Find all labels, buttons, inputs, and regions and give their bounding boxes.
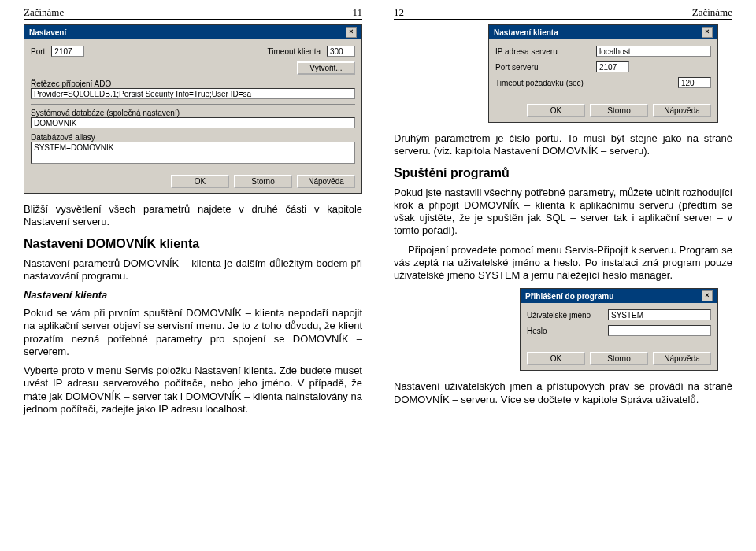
close-icon[interactable]: × [702,27,713,38]
port-input[interactable]: 2107 [51,46,84,57]
header-page-number: 12 [394,6,404,19]
port-label: Port [31,47,45,56]
page-header-left: Začínáme 11 [24,6,362,20]
ip-input[interactable]: localhost [596,46,711,57]
user-input[interactable]: SYSTEM [608,309,711,320]
pass-input[interactable] [608,325,711,336]
aliasy-input[interactable]: SYSTEM=DOMOVNIK [31,142,355,164]
right-page: 12 Začínáme Nastavení klienta × IP adres… [394,6,732,422]
storno-button[interactable]: Storno [234,175,292,188]
close-icon[interactable]: × [346,27,357,38]
timeout-label: Timeout požadavku (sec) [495,79,590,87]
body-text: Nastavení parametrů DOMOVNÍK – klienta j… [24,257,362,283]
dialog-title-bar: Nastavení × [24,25,361,39]
dialog-title-bar: Nastavení klienta × [489,25,717,39]
header-title: Začínáme [692,6,732,19]
body-text: Bližší vysvětlení všech parametrů najdet… [24,203,362,229]
timeout-label: Timeout klienta [268,47,321,56]
storno-button[interactable]: Storno [590,352,648,365]
body-text: Druhým parametrem je číslo portu. To mus… [394,132,732,158]
timeout-input[interactable]: 300 [327,46,355,57]
storno-button[interactable]: Storno [590,104,648,117]
header-title: Začínáme [24,6,64,19]
ado-input[interactable]: Provider=SQLOLEDB.1;Persist Security Inf… [31,88,355,99]
dialog-title-bar: Přihlášení do programu × [521,289,717,303]
pass-label: Heslo [527,327,602,335]
body-text: Vyberte proto v menu Servis položku Nast… [24,364,362,416]
port-label: Port serveru [495,63,590,72]
body-text: Připojení provedete pomocí menu Servis-P… [394,244,732,283]
dialog-title: Nastavení [29,28,66,37]
ok-button[interactable]: OK [527,104,585,117]
ip-label: IP adresa serveru [495,47,590,56]
dialog-title: Nastavení klienta [494,28,558,37]
page-header-right: 12 Začínáme [394,6,732,20]
section-heading: Nastavení DOMOVNÍK klienta [24,237,362,251]
napoveda-button[interactable]: Nápověda [653,104,711,117]
napoveda-button[interactable]: Nápověda [297,175,355,188]
napoveda-button[interactable]: Nápověda [653,352,711,365]
vytvorit-button[interactable]: Vytvořit... [297,61,355,75]
dialog-prihlaseni: Přihlášení do programu × Uživatelské jmé… [520,288,718,371]
section-heading: Spuštění programů [394,166,732,180]
sysdb-label: Systémová databáze (společná nastavení) [31,109,355,117]
dialog-nastaveni-klienta: Nastavení klienta × IP adresa serveru lo… [488,24,718,123]
header-page-number: 11 [352,6,362,19]
close-icon[interactable]: × [702,290,713,301]
ok-button[interactable]: OK [171,175,229,188]
user-label: Uživatelské jméno [527,311,602,320]
subheading: Nastavení klienta [24,289,362,301]
dialog-nastaveni: Nastavení × Port 2107 Timeout klienta 30… [24,24,362,194]
port-input[interactable]: 2107 [596,61,629,72]
left-page: Začínáme 11 Nastavení × Port 2107 Timeou… [24,6,362,422]
body-text: Nastavení uživatelských jmen a přístupov… [394,380,732,406]
ok-button[interactable]: OK [527,352,585,365]
body-text: Pokud jste nastavili všechny potřebné pa… [394,187,732,238]
ado-label: Řetězec přípojení ADO [31,80,355,88]
timeout-input[interactable]: 120 [678,77,711,88]
dialog-title: Přihlášení do programu [525,292,613,301]
aliasy-label: Databázové aliasy [31,133,355,142]
sysdb-input[interactable]: DOMOVNIK [31,117,355,128]
body-text: Pokud se vám při prvním spuštění DOMOVNÍ… [24,307,362,358]
